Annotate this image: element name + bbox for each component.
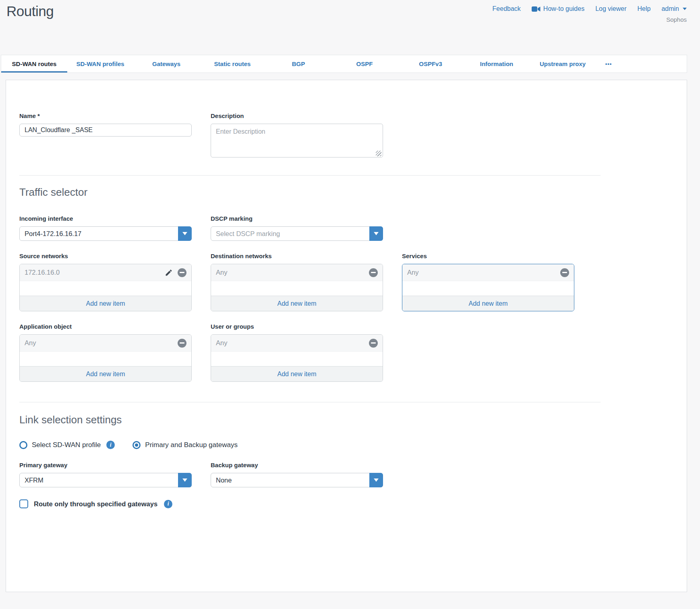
chevron-down-icon: [683, 8, 687, 10]
token-spacer: [402, 281, 574, 296]
edit-pencil-icon[interactable]: [165, 269, 173, 277]
radio-select-sd-wan-profile[interactable]: [19, 441, 27, 449]
token-spacer: [211, 281, 383, 296]
feedback-link[interactable]: Feedback: [493, 5, 521, 12]
list-item: Any: [402, 264, 574, 281]
incoming-interface-value: Port4-172.16.16.17: [20, 230, 178, 238]
tab-ospfv3[interactable]: OSPFv3: [398, 55, 464, 72]
tab-static-routes[interactable]: Static routes: [199, 55, 265, 72]
backup-gateway-caret-button[interactable]: [369, 473, 383, 487]
route-only-checkbox[interactable]: [19, 499, 28, 508]
user-or-groups-add-button[interactable]: Add new item: [211, 366, 383, 381]
tab-ospf[interactable]: OSPF: [331, 55, 398, 72]
application-object-value: Any: [25, 339, 173, 347]
link-selection-heading: Link selection settings: [19, 414, 601, 426]
page-header: Routing Feedback How-to guides Log viewe…: [0, 0, 700, 55]
dscp-marking-select[interactable]: Select DSCP marking: [211, 226, 383, 241]
log-viewer-label: Log viewer: [595, 5, 626, 12]
incoming-interface-select[interactable]: Port4-172.16.16.17: [19, 226, 192, 241]
required-asterisk: *: [37, 112, 40, 119]
incoming-interface-label: Incoming interface: [19, 215, 192, 222]
radio-primary-backup-gateways[interactable]: [133, 441, 141, 449]
user-or-groups-box: Any Add new item: [211, 334, 383, 382]
tab-more-ellipsis[interactable]: •••: [596, 55, 621, 72]
tab-information[interactable]: Information: [464, 55, 530, 72]
incoming-interface-caret-button[interactable]: [178, 226, 192, 241]
divider: [19, 175, 601, 176]
application-object-label: Application object: [19, 323, 192, 330]
list-item: 172.16.16.0: [20, 264, 191, 281]
howto-guides-label: How-to guides: [543, 5, 584, 12]
top-nav: Feedback How-to guides Log viewer Help a…: [493, 5, 687, 12]
service-value: Any: [407, 269, 555, 276]
services-box: Any Add new item: [402, 264, 574, 311]
primary-gateway-select[interactable]: XFRM: [19, 473, 192, 487]
sd-wan-route-form: Name * Description Traffic selector Inco…: [6, 80, 687, 592]
route-only-checkbox-label: Route only through specified gateways: [34, 500, 157, 508]
remove-item-icon[interactable]: [178, 339, 186, 348]
destination-networks-add-button[interactable]: Add new item: [211, 296, 383, 311]
primary-gateway-label: Primary gateway: [19, 462, 192, 468]
name-input[interactable]: [19, 124, 192, 137]
remove-item-icon[interactable]: [369, 268, 378, 277]
tab-sd-wan-routes[interactable]: SD-WAN routes: [1, 55, 67, 72]
feedback-label: Feedback: [493, 5, 521, 12]
video-camera-icon: [532, 6, 541, 12]
dscp-marking-caret-button[interactable]: [369, 226, 383, 241]
list-item: Any: [211, 335, 383, 352]
dscp-marking-label: DSCP marking: [211, 215, 383, 222]
description-label: Description: [211, 112, 383, 119]
remove-item-icon[interactable]: [178, 268, 186, 277]
tab-gateways[interactable]: Gateways: [133, 55, 199, 72]
user-or-groups-label: User or groups: [211, 323, 383, 330]
resize-handle[interactable]: [376, 151, 381, 156]
brand-label: Sophos: [666, 16, 687, 23]
tab-bgp[interactable]: BGP: [265, 55, 331, 72]
remove-item-icon[interactable]: [560, 268, 569, 277]
traffic-selector-heading: Traffic selector: [19, 186, 601, 199]
primary-gateway-value: XFRM: [20, 476, 178, 484]
destination-network-value: Any: [216, 269, 364, 276]
backup-gateway-value: None: [211, 476, 369, 484]
log-viewer-link[interactable]: Log viewer: [595, 5, 626, 12]
routing-tabbar: SD-WAN routes SD-WAN profiles Gateways S…: [1, 55, 687, 73]
source-networks-add-button[interactable]: Add new item: [20, 296, 191, 311]
help-link[interactable]: Help: [638, 5, 651, 12]
source-network-value: 172.16.16.0: [25, 269, 160, 276]
services-add-button[interactable]: Add new item: [402, 296, 574, 311]
description-textarea[interactable]: [211, 124, 383, 157]
tab-sd-wan-profiles[interactable]: SD-WAN profiles: [67, 55, 133, 72]
token-spacer: [20, 281, 191, 296]
token-spacer: [20, 352, 191, 366]
name-label: Name *: [19, 112, 192, 119]
info-icon[interactable]: [164, 500, 172, 508]
radio-primary-backup-gateways-label: Primary and Backup gateways: [145, 441, 238, 449]
backup-gateway-select[interactable]: None: [211, 473, 383, 487]
caret-down-icon: [182, 478, 187, 482]
caret-down-icon: [374, 232, 379, 235]
account-menu[interactable]: admin: [661, 5, 687, 12]
remove-item-icon[interactable]: [369, 339, 378, 348]
source-networks-box: 172.16.16.0 Add new item: [19, 264, 192, 311]
application-object-box: Any Add new item: [19, 334, 192, 382]
token-spacer: [211, 352, 383, 366]
backup-gateway-label: Backup gateway: [211, 462, 383, 468]
page-title: Routing: [6, 3, 54, 19]
services-label: Services: [402, 253, 574, 259]
tab-upstream-proxy[interactable]: Upstream proxy: [530, 55, 596, 72]
divider: [19, 402, 601, 402]
caret-down-icon: [374, 478, 379, 482]
account-label: admin: [661, 5, 679, 12]
routing-page: Routing Feedback How-to guides Log viewe…: [0, 0, 700, 609]
list-item: Any: [20, 335, 191, 352]
name-label-text: Name: [19, 112, 36, 119]
info-icon[interactable]: [106, 441, 115, 449]
caret-down-icon: [182, 232, 187, 235]
howto-guides-link[interactable]: How-to guides: [532, 5, 584, 12]
source-networks-label: Source networks: [19, 253, 192, 259]
list-item: Any: [211, 264, 383, 281]
radio-select-sd-wan-profile-label: Select SD-WAN profile: [32, 441, 101, 449]
primary-gateway-caret-button[interactable]: [178, 473, 192, 487]
application-object-add-button[interactable]: Add new item: [20, 366, 191, 381]
user-or-groups-value: Any: [216, 339, 364, 347]
